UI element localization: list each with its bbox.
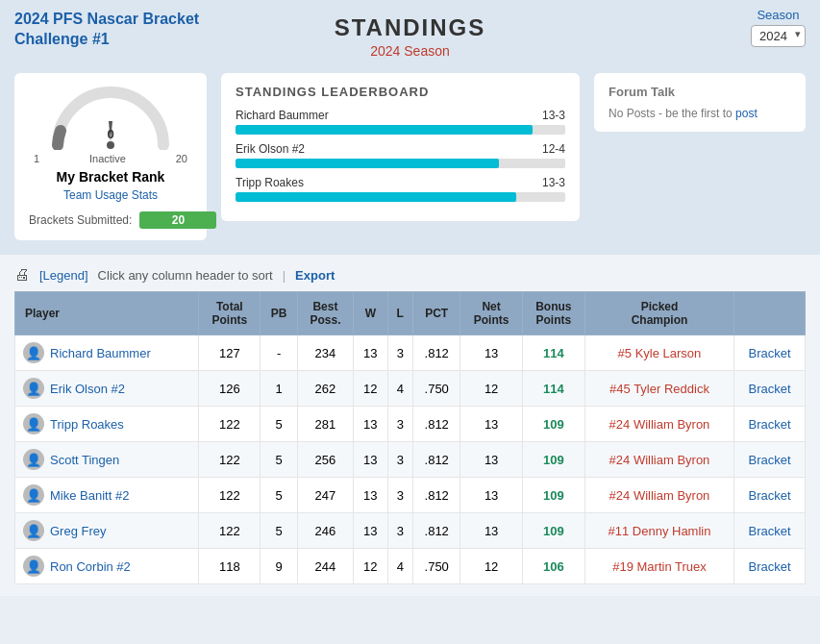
table-row: 👤 Mike Banitt #2 122 5 247 13 3 .812 13 …	[15, 478, 806, 513]
total-points-6: 118	[199, 549, 261, 584]
season-wrapper[interactable]: 2024	[751, 25, 806, 47]
lb-name: Erik Olson #2	[236, 142, 305, 156]
col-champion[interactable]: PickedChampion	[584, 292, 733, 335]
leaderboard-card: STANDINGS LEADERBOARD Richard Baummer 13…	[221, 73, 580, 221]
best-poss-1: 262	[297, 371, 353, 407]
table-toolbar: 🖨 [Legend] Click any column header to so…	[14, 266, 806, 284]
pb-6: 9	[261, 549, 297, 584]
w-0: 13	[354, 335, 388, 371]
season-dropdown[interactable]: 2024	[751, 25, 806, 47]
player-icon-6: 👤	[23, 556, 44, 577]
player-cell-5: 👤 Greg Frey	[15, 513, 199, 549]
col-w[interactable]: W	[354, 292, 388, 335]
team-usage-link[interactable]: Team Usage Stats	[29, 188, 192, 202]
leaderboard-item-1: Erik Olson #2 12-4	[236, 142, 565, 168]
standings-table: Player TotalPoints PB BestPoss. W L PCT …	[14, 291, 806, 584]
best-poss-2: 281	[297, 407, 353, 442]
gauge-center: Inactive	[89, 153, 126, 164]
legend-link[interactable]: [Legend]	[39, 268, 88, 283]
forum-post-link[interactable]: post	[735, 107, 758, 120]
bracket-link-0[interactable]: Bracket	[749, 346, 791, 360]
pct-1: .750	[412, 371, 460, 407]
bracket-link-3[interactable]: Bracket	[749, 453, 791, 467]
lb-bar-outer	[236, 192, 565, 202]
pb-0: -	[261, 335, 297, 371]
bonus-points-5: 109	[522, 513, 584, 549]
bracket-link-6[interactable]: Bracket	[749, 559, 791, 574]
col-pct[interactable]: PCT	[412, 292, 460, 335]
l-1: 4	[387, 371, 412, 407]
pct-5: .812	[412, 513, 460, 549]
player-name-6[interactable]: Ron Corbin #2	[50, 559, 131, 574]
table-row: 👤 Greg Frey 122 5 246 13 3 .812 13 109 #…	[15, 513, 806, 549]
export-link[interactable]: Export	[295, 268, 335, 283]
sort-hint: Click any column header to sort	[98, 268, 273, 283]
gauge-min: 1	[34, 153, 39, 164]
bracket-link-4[interactable]: Bracket	[749, 488, 791, 503]
lb-bar-outer	[236, 125, 565, 135]
total-points-3: 122	[199, 442, 261, 478]
title-area: 2024 PFS Nascar Bracket Challenge #1	[14, 10, 199, 50]
col-total-points[interactable]: TotalPoints	[199, 292, 261, 335]
top-section: 2024 PFS Nascar Bracket Challenge #1 STA…	[0, 0, 820, 255]
bracket-link-2[interactable]: Bracket	[749, 417, 791, 432]
player-icon-2: 👤	[23, 413, 44, 434]
player-name-4[interactable]: Mike Banitt #2	[50, 488, 129, 503]
player-cell-1: 👤 Erik Olson #2	[15, 371, 199, 407]
table-row: 👤 Tripp Roakes 122 5 281 13 3 .812 13 10…	[15, 407, 806, 442]
leaderboard-title: STANDINGS LEADERBOARD	[236, 85, 565, 99]
l-5: 3	[387, 513, 412, 549]
col-best-poss[interactable]: BestPoss.	[297, 292, 353, 335]
col-pb[interactable]: PB	[261, 292, 297, 335]
net-points-0: 13	[460, 335, 522, 371]
l-2: 3	[387, 407, 412, 442]
print-icon[interactable]: 🖨	[14, 266, 30, 284]
gauge-container: 0	[48, 83, 173, 153]
total-points-0: 127	[199, 335, 261, 371]
lb-record: 13-3	[542, 176, 565, 189]
col-l[interactable]: L	[387, 292, 412, 335]
lb-record: 12-4	[542, 142, 565, 156]
bracket-link-cell-5: Bracket	[734, 513, 806, 549]
champion-0: #5 Kyle Larson	[584, 335, 733, 371]
forum-card: Forum Talk No Posts - be the first to po…	[594, 73, 806, 132]
total-points-1: 126	[199, 371, 261, 407]
leaderboard-items: Richard Baummer 13-3 Erik Olson #2 12-4 …	[236, 109, 565, 202]
player-name-1[interactable]: Erik Olson #2	[50, 382, 125, 396]
lb-name: Tripp Roakes	[236, 176, 304, 189]
brackets-row: Brackets Submitted: 20	[29, 211, 192, 229]
player-cell-6: 👤 Ron Corbin #2	[15, 549, 199, 584]
season-label: Season	[751, 8, 806, 22]
net-points-3: 13	[460, 442, 522, 478]
pb-2: 5	[261, 407, 297, 442]
best-poss-3: 256	[297, 442, 353, 478]
best-poss-5: 246	[297, 513, 353, 549]
cards-row: 0 1 Inactive 20 My Bracket Rank Team Usa…	[14, 73, 806, 240]
player-name-2[interactable]: Tripp Roakes	[50, 417, 124, 432]
player-cell-4: 👤 Mike Banitt #2	[15, 478, 199, 513]
player-name-5[interactable]: Greg Frey	[50, 524, 107, 538]
player-name-0[interactable]: Richard Baummer	[50, 346, 151, 360]
pb-3: 5	[261, 442, 297, 478]
bracket-link-cell-0: Bracket	[734, 335, 806, 371]
player-icon-0: 👤	[23, 342, 44, 363]
total-points-4: 122	[199, 478, 261, 513]
forum-title: Forum Talk	[609, 85, 791, 99]
player-name-3[interactable]: Scott Tingen	[50, 453, 119, 467]
bracket-link-cell-6: Bracket	[734, 549, 806, 584]
l-4: 3	[387, 478, 412, 513]
pb-5: 5	[261, 513, 297, 549]
bracket-link-1[interactable]: Bracket	[749, 382, 791, 396]
bracket-link-5[interactable]: Bracket	[749, 524, 791, 538]
w-3: 13	[354, 442, 388, 478]
pb-1: 1	[261, 371, 297, 407]
net-points-1: 12	[460, 371, 522, 407]
bonus-points-2: 109	[522, 407, 584, 442]
col-bonus-points[interactable]: BonusPoints	[522, 292, 584, 335]
champion-1: #45 Tyler Reddick	[584, 371, 733, 407]
champion-2: #24 William Byron	[584, 407, 733, 442]
player-icon-4: 👤	[23, 484, 44, 506]
col-player[interactable]: Player	[15, 292, 199, 335]
col-net-points[interactable]: NetPoints	[460, 292, 522, 335]
table-row: 👤 Richard Baummer 127 - 234 13 3 .812 13…	[15, 335, 806, 371]
